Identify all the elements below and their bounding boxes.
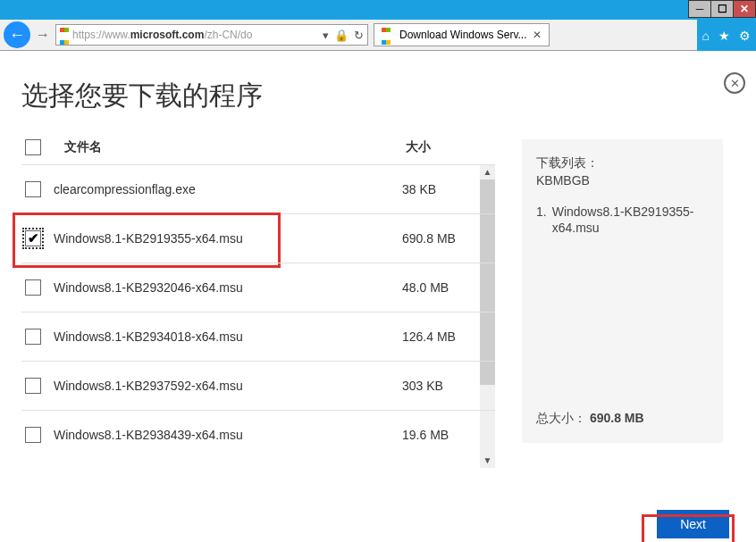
download-summary-panel: 下载列表： KBMBGB 1.Windows8.1-KB2919355-x64.… <box>522 139 723 443</box>
address-bar-icons: ▾ 🔒 ↻ <box>323 29 364 42</box>
file-checkbox[interactable] <box>25 427 41 443</box>
file-row[interactable]: Windows8.1-KB2932046-x64.msu48.0 MB <box>21 263 495 312</box>
window-titlebar: ─ ☐ ✕ <box>0 0 756 20</box>
maximize-button[interactable]: ☐ <box>710 0 734 18</box>
file-list-column: 文件名 大小 ▲ ▼ clearcompressionflag.exe38 KB… <box>21 139 495 459</box>
file-row[interactable]: Windows8.1-KB2934018-x64.msu126.4 MB <box>21 312 495 361</box>
file-name: Windows8.1-KB2937592-x64.msu <box>54 379 402 393</box>
summary-item-num: 1. <box>536 204 547 236</box>
microsoft-icon <box>382 22 391 47</box>
tab-title: Download Windows Serv... <box>399 29 527 41</box>
file-checkbox[interactable]: ✔ <box>25 230 41 246</box>
minimize-button[interactable]: ─ <box>688 0 711 18</box>
header-filename: 文件名 <box>25 139 406 155</box>
file-checkbox[interactable] <box>25 378 41 394</box>
file-size: 303 KB <box>402 379 491 393</box>
tab-close-icon[interactable]: ✕ <box>533 29 542 41</box>
arrow-right-icon: → <box>36 27 50 43</box>
summary-item-text: Windows8.1-KB2919355-x64.msu <box>552 204 709 236</box>
dialog-close-button[interactable]: ✕ <box>724 72 745 94</box>
home-icon[interactable]: ⌂ <box>702 29 710 43</box>
file-size: 48.0 MB <box>402 280 491 295</box>
header-size: 大小 <box>406 139 495 155</box>
main-row: 文件名 大小 ▲ ▼ clearcompressionflag.exe38 KB… <box>21 139 735 459</box>
file-name: Windows8.1-KB2934018-x64.msu <box>54 329 402 344</box>
select-all-checkbox[interactable] <box>25 139 41 155</box>
file-row[interactable]: Windows8.1-KB2937592-x64.msu303 KB <box>21 361 495 410</box>
lock-icon: 🔒 <box>334 29 349 42</box>
total-label: 总大小： <box>536 411 586 425</box>
file-size: 690.8 MB <box>402 231 491 246</box>
summary-item: 1.Windows8.1-KB2919355-x64.msu <box>536 204 709 236</box>
microsoft-icon <box>60 22 69 47</box>
forward-button[interactable]: → <box>34 26 52 44</box>
total-value: 690.8 MB <box>590 411 644 425</box>
file-list-header: 文件名 大小 <box>21 139 495 164</box>
browser-tab[interactable]: Download Windows Serv... ✕ <box>374 23 550 46</box>
file-row[interactable]: clearcompressionflag.exe38 KB <box>21 164 495 213</box>
window-buttons: ─ ☐ ✕ <box>689 0 756 18</box>
address-bar[interactable]: https://www.microsoft.com/zh-CN/do ▾ 🔒 ↻ <box>55 24 368 46</box>
browser-toolbar: ← → https://www.microsoft.com/zh-CN/do ▾… <box>0 20 756 51</box>
page-heading: 选择您要下载的程序 <box>21 78 735 114</box>
file-name: clearcompressionflag.exe <box>54 182 402 196</box>
filename-label: 文件名 <box>64 139 102 155</box>
file-size: 38 KB <box>402 182 491 196</box>
refresh-icon[interactable]: ↻ <box>354 29 364 42</box>
file-row[interactable]: Windows8.1-KB2938439-x64.msu19.6 MB <box>21 410 495 459</box>
chrome-right-icons: ⌂ ★ ⚙ <box>697 20 756 51</box>
settings-icon[interactable]: ⚙ <box>739 29 751 43</box>
dropdown-icon[interactable]: ▾ <box>323 29 329 42</box>
url-text: https://www.microsoft.com/zh-CN/do <box>72 29 252 41</box>
file-size: 19.6 MB <box>402 428 491 442</box>
file-name: Windows8.1-KB2938439-x64.msu <box>54 428 402 442</box>
file-name: Windows8.1-KB2932046-x64.msu <box>54 280 402 295</box>
file-checkbox[interactable] <box>25 279 41 296</box>
file-row[interactable]: ✔Windows8.1-KB2919355-x64.msu690.8 MB <box>21 213 495 263</box>
summary-list: 1.Windows8.1-KB2919355-x64.msu <box>536 204 709 236</box>
summary-sub: KBMBGB <box>536 173 709 188</box>
file-name: Windows8.1-KB2919355-x64.msu <box>54 231 402 246</box>
file-checkbox[interactable] <box>25 181 41 197</box>
file-size: 126.4 MB <box>402 329 491 344</box>
page-content: ✕ 选择您要下载的程序 文件名 大小 ▲ ▼ clear <box>0 51 756 542</box>
file-list: ▲ ▼ clearcompressionflag.exe38 KB✔Window… <box>21 164 495 459</box>
arrow-left-icon: ← <box>9 26 25 45</box>
checkmark-icon: ✔ <box>28 230 39 246</box>
summary-title: 下载列表： <box>536 155 709 171</box>
file-checkbox[interactable] <box>25 329 41 345</box>
back-button[interactable]: ← <box>4 21 30 48</box>
favorites-icon[interactable]: ★ <box>718 29 730 43</box>
close-button[interactable]: ✕ <box>733 0 756 18</box>
next-button[interactable]: Next <box>657 510 729 538</box>
summary-total: 总大小： 690.8 MB <box>536 411 644 427</box>
